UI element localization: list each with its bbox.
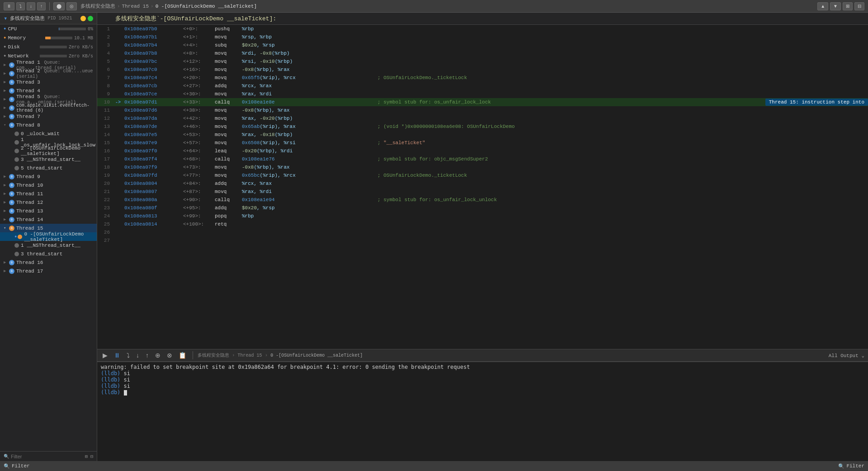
code-line-15[interactable]: 15 0x108ea07e9 <+57>: movq 0x6508(%rip),… xyxy=(97,139,868,147)
toolbar-btn-expand[interactable]: ⊞ xyxy=(843,2,853,10)
debug-play-btn[interactable]: ▶ xyxy=(101,351,109,360)
debug-step-out-btn[interactable]: ↑ xyxy=(144,351,151,360)
thread-item-7[interactable]: ▶ 8 Thread 7 xyxy=(0,112,97,121)
debug-step-in-btn[interactable]: ↓ xyxy=(134,351,141,360)
toolbar-btn-breakpoint[interactable]: ⬤ xyxy=(53,2,65,10)
thread-13-expand[interactable]: ▶ xyxy=(4,208,9,213)
filter-btn-right[interactable]: 🔍 Filter xyxy=(838,463,864,469)
code-line-7[interactable]: 7 0x108ea07c4 <+20>: movq 0x65f5(%rip), … xyxy=(97,74,868,82)
toolbar-btn-step-over[interactable]: ⤵ xyxy=(16,2,25,10)
code-line-19[interactable]: 19 0x108ea07fd <+77>: movq 0x65bc(%rip),… xyxy=(97,171,868,179)
code-line-22[interactable]: 22 0x108ea080a <+90>: callq 0x108ea1e94 … xyxy=(97,196,868,204)
thread-6-expand[interactable]: ▶ xyxy=(4,105,9,110)
thread-1-expand[interactable]: ▶ xyxy=(4,62,9,67)
thread-4-expand[interactable]: ▶ xyxy=(4,88,9,93)
thread-8-expand[interactable]: ▾ xyxy=(4,122,9,127)
thread-9-expand[interactable]: ▶ xyxy=(4,174,9,179)
code-line-25[interactable]: 25 0x108ea0814 <+100>: retq xyxy=(97,220,868,228)
thread-15-child-2[interactable]: 3 thread_start xyxy=(0,250,97,258)
thread-item-11[interactable]: ▶ 8 Thread 11 xyxy=(0,189,97,198)
code-line-17[interactable]: 17 0x108ea07f4 <+68>: callq 0x108ea1e76 … xyxy=(97,155,868,163)
process-expand-icon[interactable]: ▾ xyxy=(4,14,7,22)
thread-10-expand[interactable]: ▶ xyxy=(4,183,9,188)
console-area[interactable]: warning: failed to set breakpoint site a… xyxy=(97,362,868,461)
breadcrumb-item-3[interactable]: 0 -[OSUnfairLockDemo __saleTicket] xyxy=(156,4,257,9)
code-line-9[interactable]: 9 0x108ea07ce <+30>: movq %rax, %rdi xyxy=(97,90,868,98)
code-line-10-current[interactable]: 10 -> 0x108ea07d1 <+33>: callq 0x108ea1e… xyxy=(97,98,868,106)
thread-5-expand[interactable]: ▶ xyxy=(4,97,9,102)
toolbar-btn-pause[interactable]: ⏸ xyxy=(4,2,14,10)
thread-item-14[interactable]: ▶ 8 Thread 14 xyxy=(0,215,97,224)
thread-8-child-2[interactable]: 2 -[OSUnfairLockDemo __saleTicket] xyxy=(0,146,97,155)
thread-item-13[interactable]: ▶ 8 Thread 13 xyxy=(0,207,97,215)
debug-output-label[interactable]: All Output ⌄ xyxy=(829,353,864,358)
memory-row[interactable]: ● Memory 10.1 MB xyxy=(0,33,97,42)
process-icon-pause[interactable] xyxy=(80,16,86,21)
thread-item-6[interactable]: ▶ 8 com.apple.uikit.eventfetch-thread (6… xyxy=(0,104,97,112)
process-header[interactable]: ▾ 多线程安全隐患 PID 19521 xyxy=(0,13,97,24)
thread-item-17[interactable]: ▶ 8 Thread 17 xyxy=(0,267,97,275)
filter-btn-left[interactable]: 🔍 Filter xyxy=(4,463,30,469)
code-line-23[interactable]: 23 0x108ea080f <+95>: addq $0x20, %rsp xyxy=(97,204,868,212)
thread-15-expand[interactable]: ▾ xyxy=(4,226,9,231)
code-line-18[interactable]: 18 0x108ea07f9 <+73>: movq -0x8(%rbp), %… xyxy=(97,163,868,171)
code-line-8[interactable]: 8 0x108ea07cb <+27>: addq %rcx, %rax xyxy=(97,82,868,90)
thread-item-2[interactable]: ▶ 8 Thread 2 Queue: com....ueue (serial) xyxy=(0,69,97,78)
thread-8-child-4[interactable]: 5 thread_start xyxy=(0,164,97,172)
toolbar-btn-hide[interactable]: ▼ xyxy=(830,2,841,10)
code-line-14[interactable]: 14 0x108ea07e5 <+53>: movq %rax, -0x18(%… xyxy=(97,131,868,139)
thread-15-child-1[interactable]: 1 __NSThread_start__ xyxy=(0,241,97,250)
thread-item-12[interactable]: ▶ 8 Thread 12 xyxy=(0,198,97,207)
thread-8-child-3[interactable]: 3 __NSThread_start__ xyxy=(0,155,97,164)
cpu-row[interactable]: ● CPU 0% xyxy=(0,24,97,33)
code-line-24[interactable]: 24 0x108ea0813 <+99>: popq %rbp xyxy=(97,212,868,220)
offset-12: <+42>: xyxy=(183,116,215,121)
breadcrumb-item-1[interactable]: 多线程安全隐患 xyxy=(80,3,115,9)
thread-item-8[interactable]: ▾ 8 Thread 8 xyxy=(0,121,97,129)
thread-item-16[interactable]: ▶ 8 Thread 16 xyxy=(0,258,97,267)
thread-3-expand[interactable]: ▶ xyxy=(4,80,9,85)
thread-16-expand[interactable]: ▶ xyxy=(4,260,9,265)
thread-7-expand[interactable]: ▶ xyxy=(4,114,9,119)
thread-item-9[interactable]: ▶ 8 Thread 9 xyxy=(0,172,97,181)
thread-12-expand[interactable]: ▶ xyxy=(4,200,9,205)
thread-14-expand[interactable]: ▶ xyxy=(4,217,9,222)
code-line-16[interactable]: 16 0x108ea07f0 <+64>: leaq -0x20(%rbp), … xyxy=(97,147,868,155)
thread-item-3[interactable]: ▶ 8 Thread 3 xyxy=(0,78,97,86)
debug-thread-btn[interactable]: ⊗ xyxy=(165,351,174,360)
sidebar-filter-input[interactable] xyxy=(11,454,85,459)
disk-row[interactable]: ● Disk Zero KB/s xyxy=(0,42,97,52)
debug-jump-btn[interactable]: ⊕ xyxy=(153,351,162,360)
thread-11-expand[interactable]: ▶ xyxy=(4,191,9,196)
code-line-5[interactable]: 5 0x108ea07bc <+12>: movq %rsi, -0x10(%r… xyxy=(97,57,868,66)
code-line-12[interactable]: 12 0x108ea07da <+42>: movq %rax, -0x20(%… xyxy=(97,114,868,122)
code-line-6[interactable]: 6 0x108ea07c0 <+16>: movq -0x8(%rbp), %r… xyxy=(97,66,868,74)
code-line-3[interactable]: 3 0x108ea07b4 <+4>: subq $0x20, %rsp xyxy=(97,41,868,49)
code-line-13[interactable]: 13 0x108ea07de <+46>: movq 0x65ab(%rip),… xyxy=(97,122,868,131)
code-scroll[interactable]: 1 0x108ea07b0 <+0>: pushq %rbp 2 0x108ea… xyxy=(97,25,868,349)
debug-step-over-btn[interactable]: ⤵ xyxy=(125,351,132,360)
code-line-20[interactable]: 20 0x108ea0804 <+84>: addq %rcx, %rax xyxy=(97,179,868,188)
toolbar-btn-share[interactable]: ▲ xyxy=(817,2,828,10)
offset-24: <+99>: xyxy=(183,213,215,219)
thread-17-expand[interactable]: ▶ xyxy=(4,268,9,273)
breadcrumb-item-2[interactable]: Thread 15 xyxy=(122,4,149,9)
toolbar-btn-step-out[interactable]: ↑ xyxy=(37,2,46,10)
thread-item-10[interactable]: ▶ 8 Thread 10 xyxy=(0,181,97,189)
code-line-21[interactable]: 21 0x108ea0807 <+87>: movq %rax, %rdi xyxy=(97,188,868,196)
code-line-2[interactable]: 2 0x108ea07b1 <+1>: movq %rsp, %rbp xyxy=(97,33,868,41)
toolbar-btn-location[interactable]: ◎ xyxy=(66,2,77,10)
network-row[interactable]: ● Network Zero KB/s xyxy=(0,52,97,61)
code-line-1[interactable]: 1 0x108ea07b0 <+0>: pushq %rbp xyxy=(97,25,868,33)
code-line-4[interactable]: 4 0x108ea07b8 <+8>: movq %rdi, -0x8(%rbp… xyxy=(97,49,868,57)
thread-15-child-0[interactable]: ● 0 -[OSUnfairLockDemo __saleTicket] xyxy=(0,232,97,241)
sidebar-view-toggle[interactable]: ⊞ ⊟ xyxy=(85,454,93,459)
code-line-11[interactable]: 11 0x108ea07d6 <+38>: movq -0x8(%rbp), %… xyxy=(97,106,868,114)
toolbar-btn-step-in[interactable]: ↓ xyxy=(27,2,35,10)
process-icon-resume[interactable] xyxy=(88,16,93,21)
thread-item-5[interactable]: ▶ 8 Thread 5 Queue: com.a...oming (seria… xyxy=(0,95,97,104)
toolbar-btn-close[interactable]: ⊟ xyxy=(854,2,864,10)
thread-2-expand[interactable]: ▶ xyxy=(4,71,9,76)
debug-var-btn[interactable]: 📋 xyxy=(177,351,188,360)
debug-pause-btn[interactable]: ⏸ xyxy=(112,351,122,360)
